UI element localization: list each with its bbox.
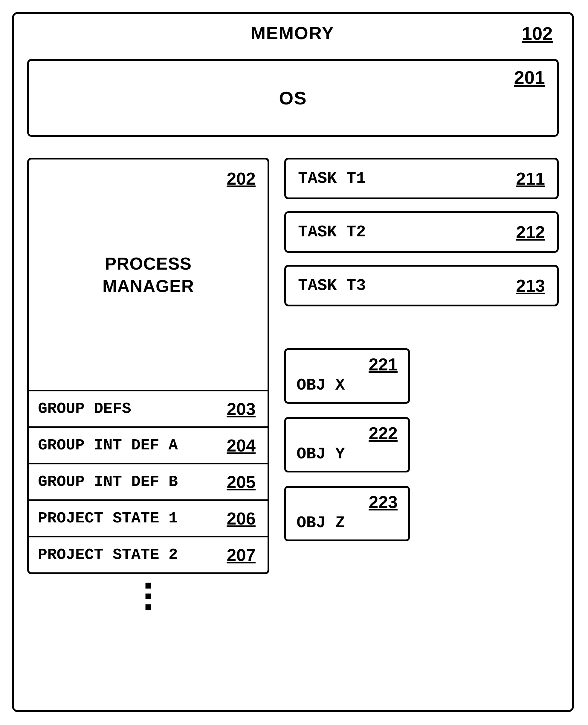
pm-row-label: GROUP INT DEF B	[38, 473, 178, 491]
task-label: TASK T1	[298, 169, 366, 188]
memory-title: MEMORY	[63, 23, 522, 43]
task-box: TASK T2 212	[284, 211, 559, 253]
obj-label: OBJ Y	[297, 445, 398, 463]
pm-row: GROUP DEFS 203	[29, 390, 268, 426]
obj-box: 221 OBJ X	[284, 348, 410, 404]
process-manager-top: 202 PROCESS MANAGER	[29, 160, 268, 390]
memory-ref: 102	[522, 23, 553, 44]
obj-box: 222 OBJ Y	[284, 417, 410, 472]
pm-row-ref: 203	[227, 399, 256, 419]
pm-row: GROUP INT DEF A 204	[29, 426, 268, 463]
pm-label-line2: MANAGER	[103, 276, 194, 296]
pm-row-label: PROJECT STATE 1	[38, 509, 178, 527]
pm-row-ref: 204	[227, 435, 256, 456]
memory-header: MEMORY 102	[27, 23, 559, 44]
task-ref: 213	[516, 276, 545, 296]
pm-row-label: PROJECT STATE 2	[38, 546, 178, 564]
obj-ref: 222	[297, 423, 398, 443]
pm-row-label: GROUP DEFS	[38, 400, 131, 418]
task-box: TASK T1 211	[284, 158, 559, 199]
obj-box: 223 OBJ Z	[284, 486, 410, 541]
columns: 202 PROCESS MANAGER GROUP DEFS 203 GROUP…	[27, 158, 559, 612]
pm-row: GROUP INT DEF B 205	[29, 463, 268, 499]
ellipsis-icon: ■■■	[27, 580, 269, 612]
obj-label: OBJ Z	[297, 514, 398, 532]
obj-ref: 221	[297, 354, 398, 374]
process-manager-ref: 202	[227, 168, 256, 188]
task-ref: 211	[516, 168, 545, 188]
memory-container: MEMORY 102 OS 201 202 PROCESS MANAGER GR…	[12, 12, 574, 712]
pm-row-ref: 205	[227, 472, 256, 492]
os-box: OS 201	[27, 59, 559, 137]
object-group: 221 OBJ X 222 OBJ Y 223 OBJ Z	[284, 348, 559, 541]
pm-row: PROJECT STATE 2 207	[29, 536, 268, 572]
left-column: 202 PROCESS MANAGER GROUP DEFS 203 GROUP…	[27, 158, 269, 612]
os-ref: 201	[514, 67, 545, 88]
task-label: TASK T3	[298, 277, 366, 295]
obj-ref: 223	[297, 492, 398, 512]
pm-row-label: GROUP INT DEF A	[38, 437, 178, 454]
obj-label: OBJ X	[297, 376, 398, 395]
pm-row: PROJECT STATE 1 206	[29, 499, 268, 536]
process-manager-box: 202 PROCESS MANAGER GROUP DEFS 203 GROUP…	[27, 158, 269, 574]
pm-row-ref: 207	[227, 545, 256, 565]
pm-row-ref: 206	[227, 508, 256, 528]
task-ref: 212	[516, 222, 545, 242]
pm-label-line1: PROCESS	[105, 254, 192, 273]
task-label: TASK T2	[298, 223, 366, 241]
process-manager-label: PROCESS MANAGER	[103, 252, 194, 297]
task-box: TASK T3 213	[284, 265, 559, 306]
right-column: TASK T1 211 TASK T2 212 TASK T3 213 221 …	[284, 158, 559, 612]
os-label: OS	[279, 87, 307, 108]
